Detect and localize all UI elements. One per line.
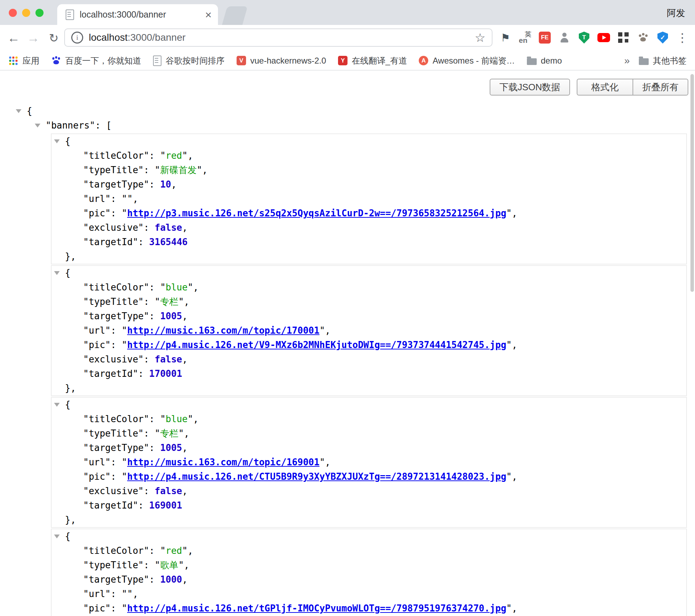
menu-glyph: ⋮	[676, 31, 688, 45]
translate-en-icon[interactable]: 英 en	[517, 30, 533, 45]
json-token: :	[144, 486, 154, 496]
json-token: },	[65, 251, 76, 262]
json-token: :	[144, 354, 154, 365]
json-key: "exclusive"	[83, 354, 144, 365]
page-content: 下载JSON数据 格式化 折叠所有 {"banners": [{"titleCo…	[0, 71, 695, 616]
new-tab-button[interactable]	[222, 6, 247, 25]
flag-glyph: ⚑	[501, 32, 510, 44]
json-token: "	[506, 603, 512, 614]
json-token: :	[149, 443, 160, 453]
info-icon[interactable]: i	[71, 32, 83, 44]
window-controls	[9, 9, 44, 17]
bookmark-label: 应用	[22, 55, 39, 66]
url-path: :3000/banner	[128, 32, 186, 43]
json-token: "	[122, 325, 127, 336]
json-line: "targetId": 3165446	[52, 235, 686, 249]
json-key: "targetType"	[83, 574, 149, 585]
json-key: "url"	[83, 457, 111, 467]
menu-dots-icon[interactable]: ⋮	[675, 30, 690, 45]
bookmark-star-icon[interactable]: ☆	[475, 31, 485, 45]
json-line: "url": "",	[52, 587, 686, 601]
close-window-button[interactable]	[9, 9, 17, 17]
json-token: ,	[182, 443, 188, 453]
json-token: {	[65, 531, 71, 542]
json-token: "	[506, 471, 512, 482]
json-token: ,	[133, 194, 138, 204]
fullscreen-window-button[interactable]	[35, 9, 44, 17]
json-token: "	[127, 589, 133, 599]
reload-button[interactable]: ↻	[45, 29, 62, 47]
bookmark-youdao[interactable]: Y 在线翻译_有道	[338, 55, 407, 66]
json-token: :	[144, 165, 154, 175]
json-link[interactable]: http://p4.music.126.net/tGPljf-IMOCyPvum…	[127, 603, 506, 614]
browser-tab[interactable]: localhost:3000/banner ×	[57, 4, 218, 25]
json-token: :	[149, 574, 160, 585]
json-line: "typeTitle": "专栏",	[52, 295, 686, 309]
json-link[interactable]: http://p3.music.126.net/s25q2x5QyqsAzilC…	[127, 208, 506, 218]
bookmark-awesomes[interactable]: A Awesomes - 前端资…	[419, 55, 515, 66]
json-key: "titleColor"	[83, 282, 149, 293]
json-string: red	[166, 545, 182, 556]
json-link[interactable]: http://p4.music.126.net/V9-MXz6b2MNhEKju…	[127, 340, 506, 350]
bookmark-label: demo	[541, 56, 562, 66]
bookmark-apps[interactable]: 应用	[8, 55, 39, 66]
json-string: blue	[166, 414, 188, 424]
json-token: ,	[193, 282, 199, 293]
format-button[interactable]: 格式化	[577, 79, 633, 96]
json-string: 新碟首发	[160, 165, 197, 175]
json-token: "	[178, 560, 184, 570]
page-icon	[66, 9, 74, 20]
fe-icon[interactable]: FE	[537, 30, 552, 45]
forward-button[interactable]: →	[25, 29, 42, 47]
json-token: "	[197, 165, 202, 175]
download-json-button[interactable]: 下载JSON数据	[490, 79, 570, 96]
json-link[interactable]: http://p4.music.126.net/CTU5B9R9y3XyYBZX…	[127, 471, 506, 482]
json-token: ,	[133, 589, 138, 599]
scrollbar[interactable]	[690, 74, 694, 292]
back-button[interactable]: ←	[5, 29, 22, 47]
youtube-icon[interactable]	[596, 30, 611, 45]
bookmark-baidu[interactable]: 百度一下，你就知道	[51, 55, 141, 66]
bookmarks-overflow-chevron[interactable]: »	[624, 55, 630, 66]
json-number: false	[155, 354, 182, 365]
qr-code-icon[interactable]	[616, 30, 631, 45]
json-link[interactable]: http://music.163.com/m/topic/169001	[127, 457, 319, 467]
bookmark-demo-folder[interactable]: demo	[527, 56, 562, 66]
json-token: :	[149, 545, 160, 556]
translate-glyphs: 英 en	[518, 31, 532, 45]
format-collapse-group: 格式化 折叠所有	[577, 79, 688, 96]
tab-bar: localhost:3000/banner × 阿发	[0, 0, 695, 25]
person-icon[interactable]	[557, 30, 572, 45]
collapse-triangle-icon[interactable]	[54, 403, 60, 407]
bookmark-vue-hackernews[interactable]: V vue-hackernews-2.0	[237, 56, 326, 66]
bookmarks-bar: 应用 百度一下，你就知道 谷歌按时间排序 V vue-hackernews-2.…	[0, 51, 695, 71]
green-shield-icon[interactable]: T	[576, 30, 592, 45]
json-token: {	[65, 268, 71, 278]
json-key: "url"	[83, 325, 111, 336]
json-token: "	[506, 208, 512, 218]
collapse-triangle-icon[interactable]	[54, 271, 60, 275]
bookmark-google-sort[interactable]: 谷歌按时间排序	[153, 55, 225, 66]
json-token: ,	[325, 325, 331, 336]
other-bookmarks[interactable]: 其他书签	[639, 55, 687, 66]
json-link[interactable]: http://music.163.com/m/topic/170001	[127, 325, 319, 336]
minimize-window-button[interactable]	[22, 9, 30, 17]
json-page-buttons: 下载JSON数据 格式化 折叠所有	[490, 79, 688, 96]
close-tab-icon[interactable]: ×	[205, 9, 212, 20]
address-bar[interactable]: i localhost:3000/banner ☆	[64, 28, 492, 47]
json-number: 10	[160, 179, 171, 190]
bookmark-label: Awesomes - 前端资…	[432, 55, 515, 66]
blue-shield-check-icon[interactable]: ✓	[655, 30, 670, 45]
paw-icon[interactable]	[635, 30, 651, 45]
json-token: ,	[512, 471, 517, 482]
tab-title: localhost:3000/banner	[80, 9, 205, 20]
json-token: :	[144, 428, 154, 439]
collapse-all-button[interactable]: 折叠所有	[633, 79, 688, 96]
collapse-triangle-icon[interactable]	[54, 535, 60, 538]
json-token: "	[319, 325, 325, 336]
collapse-triangle-icon[interactable]	[54, 139, 60, 143]
collapse-triangle-icon[interactable]	[35, 124, 40, 127]
bookmark-label: vue-hackernews-2.0	[250, 56, 326, 66]
collapse-triangle-icon[interactable]	[16, 109, 21, 113]
vimium-flag-icon[interactable]: ⚑	[498, 30, 513, 45]
